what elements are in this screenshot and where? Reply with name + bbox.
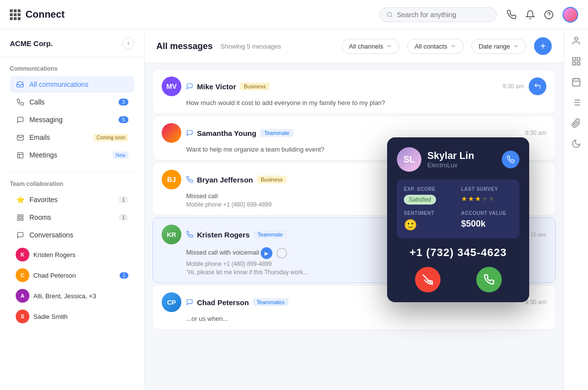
rooms-icon — [16, 213, 24, 222]
messages-count: Showing 5 messages — [220, 43, 281, 50]
conv-item-chad[interactable]: C Chad Peterson 1 — [10, 265, 134, 286]
messaging-icon — [16, 115, 24, 124]
msg-tag-samantha: Teammate — [260, 129, 293, 137]
date-range-filter[interactable]: Date range — [471, 39, 526, 54]
add-button[interactable]: + — [534, 37, 552, 55]
last-survey-label: LAST SURVEY — [461, 186, 513, 192]
call-small-button[interactable] — [502, 151, 519, 168]
sidebar-item-emails[interactable]: Emails Coming soon — [10, 129, 134, 146]
conv-name-group: Alli, Brent, Jessica, +3 — [33, 292, 128, 300]
svg-rect-14 — [572, 62, 575, 65]
favorites-label: Favorites — [29, 196, 114, 204]
conv-name-sadie: Sadie Smith — [33, 313, 128, 320]
all-channels-filter[interactable]: All channels — [342, 39, 399, 54]
search-input[interactable] — [397, 11, 490, 19]
calls-label: Calls — [29, 98, 114, 106]
bell-icon[interactable] — [525, 10, 535, 20]
conv-item-group[interactable]: A Alli, Brent, Jessica, +3 — [10, 286, 134, 306]
conv-item-kristen[interactable]: K Kristen Rogers — [10, 244, 134, 265]
right-contact-icon[interactable] — [571, 35, 582, 46]
right-calendar-icon[interactable] — [571, 77, 582, 87]
chat-icon-samantha — [186, 130, 193, 136]
sidebar-item-all-communications[interactable]: All communications — [10, 76, 134, 93]
avatar-bryan: BJ — [162, 170, 181, 189]
emails-icon — [16, 133, 24, 142]
org-name: ACME Corp. — [10, 39, 53, 48]
header: Connect — [0, 0, 588, 29]
messages-header: All messages Showing 5 messages All chan… — [145, 29, 564, 63]
messaging-badge: 5 — [119, 116, 128, 123]
message-card-mike[interactable]: MV Mike Victor Business 9:30 am How much… — [152, 69, 556, 114]
msg-body-mike: How much would it cost to add everyone i… — [186, 99, 546, 106]
account-value: $500k — [461, 219, 486, 229]
right-list-icon[interactable] — [571, 97, 582, 108]
msg-name-samantha: Samantha Young — [197, 129, 256, 137]
avatar-chad-msg: CP — [162, 292, 181, 312]
logo: Connect — [10, 9, 65, 20]
collapse-button[interactable]: ‹ — [122, 37, 134, 49]
msg-time-chad: 9:30 am — [525, 299, 546, 306]
app-title: Connect — [25, 9, 65, 20]
conv-item-sadie[interactable]: S Sadie Smith — [10, 306, 134, 327]
phone-icon-bryan — [186, 176, 193, 183]
conversations-icon — [16, 231, 24, 239]
divider — [10, 172, 134, 173]
exp-score-block: EXP. SCORE Satisfied — [404, 186, 455, 205]
popup-stats: EXP. SCORE Satisfied LAST SURVEY ★★★★★ S… — [397, 180, 519, 238]
inbox-icon — [16, 80, 24, 89]
popup-name: Skylar Lin — [427, 150, 474, 161]
calls-icon — [16, 98, 24, 106]
emails-label: Emails — [29, 133, 89, 141]
svg-rect-3 — [17, 152, 23, 157]
header-icons — [507, 7, 578, 23]
sidebar-item-favorites[interactable]: ⭐ Favorites 1 — [10, 191, 134, 208]
msg-tag-bryan: Business — [257, 176, 287, 183]
avatar-mike: MV — [162, 77, 181, 96]
right-grid-icon[interactable] — [571, 56, 582, 67]
exp-score-label: EXP. SCORE — [404, 186, 455, 192]
popup-avatar: SL — [397, 147, 421, 172]
sentiment-label: SENTIMENT — [404, 210, 455, 216]
conv-name-chad: Chad Peterson — [33, 272, 116, 279]
conversations-label: Conversations — [29, 231, 128, 239]
svg-rect-9 — [21, 218, 23, 220]
msg-name-row-samantha: Samantha Young Teammate — [186, 129, 520, 137]
exp-score-value: Satisfied — [404, 195, 436, 205]
phone-icon[interactable] — [507, 10, 516, 20]
msg-name-kristen: Kristen Rogers — [197, 231, 250, 239]
sidebar-item-calls[interactable]: Calls 3 — [10, 94, 134, 110]
svg-point-11 — [574, 37, 578, 41]
sidebar-item-messaging[interactable]: Messaging 5 — [10, 111, 134, 128]
sidebar-item-rooms[interactable]: Rooms 1 — [10, 209, 134, 226]
msg-time-mike: 9:30 am — [503, 83, 524, 90]
msg-name-chad: Chad Peterson — [197, 298, 249, 307]
search-bar[interactable] — [379, 7, 497, 22]
communications-section: Communications All communications Calls … — [0, 57, 144, 168]
right-clip-icon[interactable] — [571, 118, 582, 129]
play-button[interactable]: ▶ — [261, 247, 272, 259]
popup-user-info: Skylar Lin ElectroLux — [427, 150, 474, 169]
sidebar-item-meetings[interactable]: Meetings New — [10, 147, 134, 163]
star-rating: ★★★★★ — [461, 195, 513, 203]
conv-name-kristen: Kristen Rogers — [33, 251, 128, 259]
meetings-icon — [16, 151, 24, 159]
avatar-chad: C — [16, 268, 29, 282]
account-value-block: ACCOUNT VALUE $500k — [461, 210, 513, 232]
record-button[interactable] — [276, 248, 287, 259]
help-icon[interactable] — [544, 10, 554, 20]
msg-body-chad: ...or us when... — [186, 315, 546, 322]
rooms-badge: 1 — [119, 214, 128, 221]
msg-time-kristen: 15 sec — [531, 232, 546, 237]
all-contacts-filter[interactable]: All contacts — [407, 39, 463, 54]
msg-tag-chad: Teammates — [253, 298, 289, 306]
user-avatar[interactable] — [563, 7, 578, 23]
sidebar-item-conversations[interactable]: Conversations — [10, 227, 134, 243]
call-popup: SL Skylar Lin ElectroLux EXP. SCORE Sati… — [387, 137, 529, 302]
msg-tag-kristen: Teammate — [254, 231, 287, 238]
reply-button-mike[interactable] — [529, 78, 546, 95]
call-accept-button[interactable] — [476, 267, 502, 292]
msg-name-bryan: Bryan Jefferson — [197, 176, 253, 184]
call-end-button[interactable] — [415, 267, 441, 292]
right-moon-icon[interactable] — [571, 138, 582, 149]
sentiment-block: SENTIMENT 🙂 — [404, 210, 455, 232]
